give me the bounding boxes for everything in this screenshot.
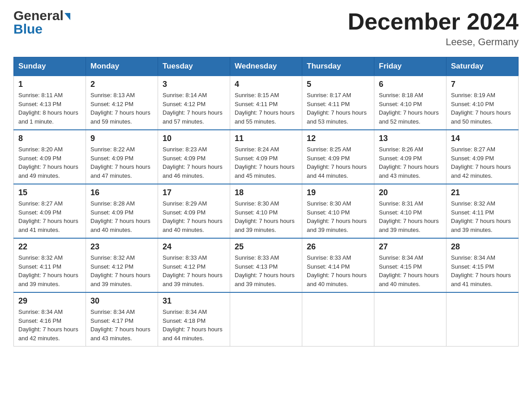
header-saturday: Saturday — [446, 57, 519, 76]
table-row: 17 Sunrise: 8:29 AMSunset: 4:09 PMDaylig… — [158, 184, 230, 238]
day-info: Sunrise: 8:11 AMSunset: 4:13 PMDaylight:… — [18, 91, 81, 126]
table-row: 27 Sunrise: 8:34 AMSunset: 4:15 PMDaylig… — [374, 238, 446, 292]
table-row: 25 Sunrise: 8:33 AMSunset: 4:13 PMDaylig… — [230, 238, 302, 292]
table-row: 19 Sunrise: 8:30 AMSunset: 4:10 PMDaylig… — [302, 184, 374, 238]
calendar-week-row: 29 Sunrise: 8:34 AMSunset: 4:16 PMDaylig… — [14, 292, 519, 347]
table-row: 30 Sunrise: 8:34 AMSunset: 4:17 PMDaylig… — [86, 292, 158, 347]
day-number: 16 — [90, 188, 153, 197]
day-info: Sunrise: 8:17 AMSunset: 4:11 PMDaylight:… — [307, 91, 369, 126]
table-row: 5 Sunrise: 8:17 AMSunset: 4:11 PMDayligh… — [302, 76, 374, 130]
table-row: 26 Sunrise: 8:33 AMSunset: 4:14 PMDaylig… — [302, 238, 374, 292]
table-row: 9 Sunrise: 8:22 AMSunset: 4:09 PMDayligh… — [86, 130, 158, 184]
table-row: 16 Sunrise: 8:28 AMSunset: 4:09 PMDaylig… — [86, 184, 158, 238]
table-row: 23 Sunrise: 8:32 AMSunset: 4:12 PMDaylig… — [86, 238, 158, 292]
day-info: Sunrise: 8:22 AMSunset: 4:09 PMDaylight:… — [90, 145, 153, 180]
day-number: 9 — [90, 134, 153, 143]
calendar-table: Sunday Monday Tuesday Wednesday Thursday… — [13, 57, 519, 347]
day-info: Sunrise: 8:32 AMSunset: 4:12 PMDaylight:… — [90, 253, 153, 288]
day-number: 13 — [379, 134, 442, 143]
day-info: Sunrise: 8:19 AMSunset: 4:10 PMDaylight:… — [451, 91, 514, 126]
day-number: 24 — [163, 242, 225, 252]
day-number: 27 — [379, 242, 442, 252]
day-number: 6 — [379, 80, 442, 89]
table-row — [302, 292, 374, 347]
day-number: 14 — [451, 134, 514, 143]
table-row: 7 Sunrise: 8:19 AMSunset: 4:10 PMDayligh… — [446, 76, 519, 130]
day-number: 29 — [18, 296, 81, 306]
calendar-week-row: 8 Sunrise: 8:20 AMSunset: 4:09 PMDayligh… — [14, 130, 519, 184]
day-number: 3 — [163, 80, 225, 89]
day-info: Sunrise: 8:26 AMSunset: 4:09 PMDaylight:… — [379, 145, 442, 180]
day-number: 5 — [307, 80, 369, 89]
page-header: General Blue December 2024 Leese, German… — [13, 9, 519, 48]
logo-arrow-icon — [64, 13, 70, 20]
day-info: Sunrise: 8:27 AMSunset: 4:09 PMDaylight:… — [451, 145, 514, 180]
table-row: 22 Sunrise: 8:32 AMSunset: 4:11 PMDaylig… — [14, 238, 86, 292]
day-number: 28 — [451, 242, 514, 252]
table-row: 14 Sunrise: 8:27 AMSunset: 4:09 PMDaylig… — [446, 130, 519, 184]
table-row: 4 Sunrise: 8:15 AMSunset: 4:11 PMDayligh… — [230, 76, 302, 130]
calendar-week-row: 15 Sunrise: 8:27 AMSunset: 4:09 PMDaylig… — [14, 184, 519, 238]
table-row: 8 Sunrise: 8:20 AMSunset: 4:09 PMDayligh… — [14, 130, 86, 184]
calendar-subtitle: Leese, Germany — [348, 36, 519, 48]
day-info: Sunrise: 8:13 AMSunset: 4:12 PMDaylight:… — [90, 91, 153, 126]
day-number: 1 — [18, 80, 81, 89]
day-info: Sunrise: 8:32 AMSunset: 4:11 PMDaylight:… — [451, 199, 514, 234]
table-row: 15 Sunrise: 8:27 AMSunset: 4:09 PMDaylig… — [14, 184, 86, 238]
day-info: Sunrise: 8:34 AMSunset: 4:15 PMDaylight:… — [379, 253, 442, 288]
calendar-title: December 2024 — [348, 9, 519, 34]
table-row — [230, 292, 302, 347]
table-row: 28 Sunrise: 8:34 AMSunset: 4:15 PMDaylig… — [446, 238, 519, 292]
day-info: Sunrise: 8:33 AMSunset: 4:13 PMDaylight:… — [235, 253, 297, 288]
table-row: 24 Sunrise: 8:33 AMSunset: 4:12 PMDaylig… — [158, 238, 230, 292]
table-row: 2 Sunrise: 8:13 AMSunset: 4:12 PMDayligh… — [86, 76, 158, 130]
table-row: 11 Sunrise: 8:24 AMSunset: 4:09 PMDaylig… — [230, 130, 302, 184]
table-row: 12 Sunrise: 8:25 AMSunset: 4:09 PMDaylig… — [302, 130, 374, 184]
day-info: Sunrise: 8:18 AMSunset: 4:10 PMDaylight:… — [379, 91, 442, 126]
day-info: Sunrise: 8:31 AMSunset: 4:10 PMDaylight:… — [379, 199, 442, 234]
day-number: 23 — [90, 242, 153, 252]
day-info: Sunrise: 8:24 AMSunset: 4:09 PMDaylight:… — [235, 145, 297, 180]
day-number: 22 — [18, 242, 81, 252]
day-info: Sunrise: 8:23 AMSunset: 4:09 PMDaylight:… — [163, 145, 225, 180]
day-number: 26 — [307, 242, 369, 252]
day-info: Sunrise: 8:29 AMSunset: 4:09 PMDaylight:… — [163, 199, 225, 234]
day-info: Sunrise: 8:34 AMSunset: 4:18 PMDaylight:… — [163, 308, 225, 342]
table-row: 3 Sunrise: 8:14 AMSunset: 4:12 PMDayligh… — [158, 76, 230, 130]
day-number: 8 — [18, 134, 81, 143]
day-number: 2 — [90, 80, 153, 89]
logo-general: General — [13, 9, 64, 22]
day-info: Sunrise: 8:25 AMSunset: 4:09 PMDaylight:… — [307, 145, 369, 180]
table-row — [446, 292, 519, 347]
calendar-week-row: 22 Sunrise: 8:32 AMSunset: 4:11 PMDaylig… — [14, 238, 519, 292]
table-row: 1 Sunrise: 8:11 AMSunset: 4:13 PMDayligh… — [14, 76, 86, 130]
day-info: Sunrise: 8:34 AMSunset: 4:17 PMDaylight:… — [90, 308, 153, 342]
day-info: Sunrise: 8:30 AMSunset: 4:10 PMDaylight:… — [235, 199, 297, 234]
day-number: 31 — [163, 296, 225, 306]
header-friday: Friday — [374, 57, 446, 76]
header-sunday: Sunday — [14, 57, 86, 76]
header-monday: Monday — [86, 57, 158, 76]
day-info: Sunrise: 8:28 AMSunset: 4:09 PMDaylight:… — [90, 199, 153, 234]
header-wednesday: Wednesday — [230, 57, 302, 76]
day-number: 30 — [90, 296, 153, 306]
day-number: 18 — [235, 188, 297, 197]
day-number: 25 — [235, 242, 297, 252]
table-row: 10 Sunrise: 8:23 AMSunset: 4:09 PMDaylig… — [158, 130, 230, 184]
logo-blue: Blue — [13, 22, 43, 36]
day-number: 19 — [307, 188, 369, 197]
day-info: Sunrise: 8:34 AMSunset: 4:15 PMDaylight:… — [451, 253, 514, 288]
day-info: Sunrise: 8:34 AMSunset: 4:16 PMDaylight:… — [18, 308, 81, 342]
table-row: 20 Sunrise: 8:31 AMSunset: 4:10 PMDaylig… — [374, 184, 446, 238]
day-info: Sunrise: 8:20 AMSunset: 4:09 PMDaylight:… — [18, 145, 81, 180]
calendar-week-row: 1 Sunrise: 8:11 AMSunset: 4:13 PMDayligh… — [14, 76, 519, 130]
day-info: Sunrise: 8:30 AMSunset: 4:10 PMDaylight:… — [307, 199, 369, 234]
day-number: 21 — [451, 188, 514, 197]
title-block: December 2024 Leese, Germany — [348, 9, 519, 48]
day-number: 17 — [163, 188, 225, 197]
table-row: 13 Sunrise: 8:26 AMSunset: 4:09 PMDaylig… — [374, 130, 446, 184]
day-number: 7 — [451, 80, 514, 89]
header-thursday: Thursday — [302, 57, 374, 76]
day-number: 12 — [307, 134, 369, 143]
header-tuesday: Tuesday — [158, 57, 230, 76]
